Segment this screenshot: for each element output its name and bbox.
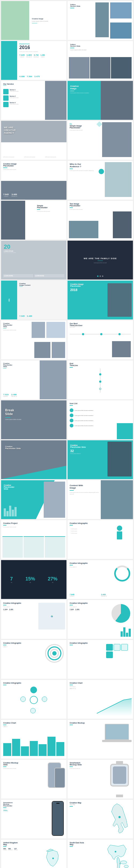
slide-creative-image[interactable]: Creative Image Lorem ipsum dolor sit ame… bbox=[1, 1, 66, 40]
slides-grid: Creative Image Lorem ipsum dolor sit ame… bbox=[0, 0, 134, 868]
slide-smartwatch[interactable]: Smartwatch Mockup Slide Lorem ipsum dolo… bbox=[68, 760, 133, 799]
slide-italy-map[interactable]: Creative Map Italy Map bbox=[68, 800, 133, 839]
slide-smartphone[interactable]: Smartphone Mockup Placeholder 75% bbox=[1, 800, 66, 839]
slide-infographic-4[interactable]: Creative Infographic Presentation 2 7.84… bbox=[68, 600, 133, 639]
slide-creative-ph-teal[interactable]: Creative Image Placeholder 2018 bbox=[68, 281, 133, 319]
slide-agency[interactable]: WE ARE CREATIVE AGENCY ● Service Lorem i… bbox=[1, 121, 66, 160]
slide-image-content[interactable]: 199h Creative Image Content 7.945 3.489 bbox=[1, 281, 66, 319]
svg-point-0 bbox=[119, 816, 121, 818]
slide-diagonal[interactable]: Creative Placeholder Slide bbox=[1, 480, 66, 519]
slide-title: Creative Image bbox=[32, 18, 48, 20]
slide-infographic-3[interactable]: Creative Infographic Presentation 1 C.84… bbox=[1, 600, 66, 639]
slide-two-image[interactable]: Two Image Placeholder Lorem ipsum dolor … bbox=[68, 201, 133, 240]
slide-break[interactable]: Break Slide Lorem ipsum dolor sit amet bbox=[1, 400, 66, 439]
svg-point-3 bbox=[124, 865, 128, 868]
slide-mockup-1[interactable]: Creative Mockup bbox=[68, 720, 133, 759]
slide-placeholder-slide[interactable]: Creative Placeholder Slide Lorem ipsum d… bbox=[1, 320, 66, 360]
slide-content-image[interactable]: Content With Image Lorem ipsum dolor sit… bbox=[68, 480, 133, 519]
slide-uk-map[interactable]: United Kingdom Map 395 CLIENTS 582 PROJE… bbox=[1, 840, 66, 868]
slide-creative-project[interactable]: Creative Project Lorem ipsum dolor sit a… bbox=[1, 520, 66, 559]
slide-gallery-section-2[interactable]: Gallery Section Slide Lorem ipsum dolor … bbox=[68, 41, 133, 80]
slide-chart-1[interactable]: Creative Chart 2016 Report MMM 333 55 bbox=[68, 680, 133, 719]
svg-point-4 bbox=[115, 851, 116, 852]
svg-point-1 bbox=[52, 858, 54, 859]
slide-infographic-5[interactable]: Creative Infographic LABELS bbox=[1, 640, 66, 679]
slide-chart-2[interactable]: Creative Chart LABELS bbox=[1, 720, 66, 759]
svg-point-2 bbox=[120, 861, 127, 864]
slide-creative-ph-slide[interactable]: Creative Placeholder Slide bbox=[1, 440, 66, 479]
slide-our-service[interactable]: Our Service Service 1 Lorem ipsum dolor … bbox=[1, 81, 66, 120]
slide-number-20[interactable]: 20 LOREM IPSUM dolor sit amet consectetu… bbox=[1, 241, 66, 280]
slide-simple-ph2[interactable]: Simple Placeholder Lorem ipsum dolor sit… bbox=[1, 201, 66, 240]
slide-creative-ph-slide-2[interactable]: Creative Placeholder Slide 32 Lorem ipsu… bbox=[68, 440, 133, 479]
slide-audience[interactable]: Who Is Our Audience ? Lorem ipsum dolor … bbox=[68, 161, 133, 200]
slide-creative-image-placeholder[interactable]: Creative Image Placeholder Lorem ipsum d… bbox=[1, 161, 66, 200]
slide-stats[interactable]: 7 -19- 15% -19- 27% -19- bbox=[1, 560, 66, 599]
slide-family-dark[interactable]: WE ARE THE FAMILY SIDE Lorem ipsum dolor… bbox=[68, 241, 133, 280]
slide-icon-list[interactable]: Icon List Lorem ipsum dolor sit amet con… bbox=[68, 400, 133, 439]
slide-placeholder-slide-2[interactable]: Creative Placeholder Slide 7.919 CLIENTS… bbox=[1, 361, 66, 399]
slide-infographic-6[interactable]: Creative Infographic bbox=[68, 640, 133, 679]
slide-creative-image-teal[interactable]: Creative Image Lorem ipsum dolor sit ame… bbox=[68, 81, 133, 120]
slide-timeline[interactable]: Our Best TimeLine Ever Year name bbox=[68, 320, 133, 360]
slide-gallery-section-1[interactable]: Gallery Section Slide bbox=[68, 1, 133, 40]
slide-infographic-1[interactable]: Creative Infographic → Lorem ipsum → Lor… bbox=[68, 520, 133, 559]
slide-asia-map[interactable]: South East Asia Map bbox=[68, 840, 133, 868]
slide-end-timeline[interactable]: End TimeLine bbox=[68, 361, 133, 399]
slide-infographic-2[interactable]: Creative Infographic Presentation 1 7.84… bbox=[68, 560, 133, 599]
slide-simple-placeholder[interactable]: 01. Simple Image Placeholder Lorem ipsum… bbox=[68, 121, 133, 160]
svg-point-5 bbox=[120, 863, 121, 864]
slide-presentation-2016[interactable]: PRESENTATION 2016 Lorem ipsum dolor sit … bbox=[1, 41, 66, 80]
slide-infographic-7[interactable]: Creative Infographic bbox=[1, 680, 66, 719]
slide-mockup-slide[interactable]: Creative Mockup Slide Lorem ipsum dolor … bbox=[1, 760, 66, 799]
